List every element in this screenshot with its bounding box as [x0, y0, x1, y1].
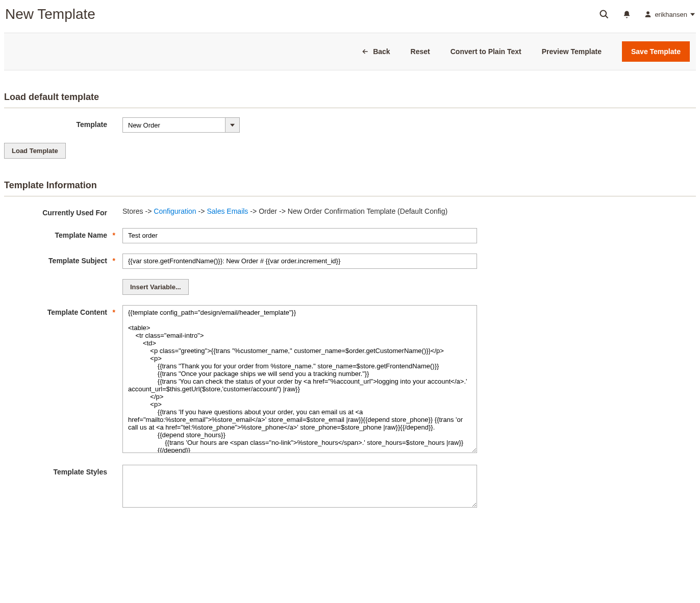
reset-button[interactable]: Reset — [411, 47, 430, 56]
load-template-button[interactable]: Load Template — [4, 143, 66, 159]
svg-line-1 — [606, 16, 608, 18]
template-select-label: Template — [4, 117, 122, 129]
convert-button[interactable]: Convert to Plain Text — [451, 47, 521, 56]
template-name-input[interactable] — [122, 228, 477, 243]
caret-down-icon — [690, 12, 695, 17]
arrow-left-icon — [362, 48, 369, 55]
template-content-textarea[interactable]: {{template config_path="design/email/hea… — [122, 305, 477, 453]
used-for-path: Stores->Configuration->Sales Emails->Ord… — [122, 206, 696, 218]
preview-button[interactable]: Preview Template — [542, 47, 602, 56]
template-styles-label: Template Styles — [4, 465, 122, 476]
configuration-link[interactable]: Configuration — [154, 207, 196, 215]
user-icon — [644, 11, 652, 18]
bell-icon[interactable] — [622, 10, 631, 19]
template-select-input[interactable]: New Order — [123, 118, 225, 132]
svg-point-0 — [601, 11, 607, 17]
template-subject-label: Template Subject — [4, 254, 122, 265]
save-button[interactable]: Save Template — [622, 41, 690, 62]
action-bar: Back Reset Convert to Plain Text Preview… — [4, 33, 696, 70]
back-button[interactable]: Back — [362, 47, 390, 56]
template-styles-textarea[interactable] — [122, 465, 477, 508]
used-for-label: Currently Used For — [4, 206, 122, 217]
load-section-title: Load default template — [4, 92, 696, 108]
search-icon[interactable] — [599, 9, 609, 19]
insert-variable-button[interactable]: Insert Variable... — [122, 279, 189, 295]
user-menu[interactable]: erikhansen — [644, 11, 695, 18]
username-text: erikhansen — [655, 11, 687, 18]
template-subject-input[interactable] — [122, 254, 477, 269]
chevron-down-icon — [225, 118, 239, 132]
template-name-label: Template Name — [4, 228, 122, 239]
info-section-title: Template Information — [4, 180, 696, 196]
sales-emails-link[interactable]: Sales Emails — [207, 207, 248, 215]
template-content-label: Template Content — [4, 305, 122, 316]
template-select[interactable]: New Order — [122, 117, 240, 133]
page-title: New Template — [5, 6, 599, 22]
